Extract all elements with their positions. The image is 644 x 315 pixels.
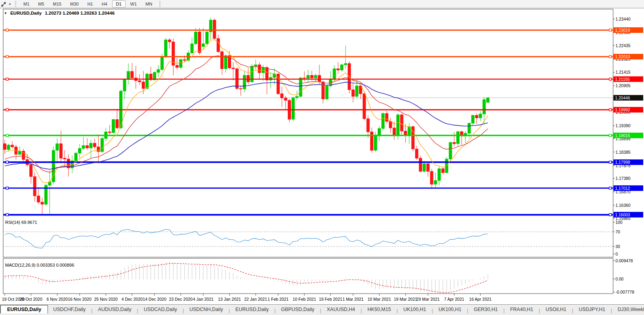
date-axis-label: 23 Dec 2020 bbox=[169, 297, 193, 302]
date-axis-label: 29 Mar 2021 bbox=[416, 297, 440, 302]
chart-tab-usdcnh-daily[interactable]: USDCNH,Daily bbox=[184, 305, 228, 313]
chart-canvas[interactable]: 1.234401.229301.224351.219251.214151.209… bbox=[0, 8, 644, 305]
symbol-timeframe-label: EURUSD,Daily bbox=[10, 11, 42, 15]
date-axis-label: 14 Dec 2020 bbox=[143, 297, 166, 302]
chart-tab-usoil-h1[interactable]: USOil,H1 bbox=[541, 305, 571, 313]
timeframe-button-mn[interactable]: MN bbox=[141, 0, 156, 8]
date-axis-label: 16 Nov 2020 bbox=[68, 297, 92, 302]
timeframe-button-d1[interactable]: D1 bbox=[112, 0, 126, 8]
date-axis-label: 22 Jan 2021 bbox=[244, 297, 267, 302]
chevron-down-icon[interactable]: ▾ bbox=[8, 2, 12, 6]
rsi-label: RSI(14) 69.9671 bbox=[5, 220, 37, 225]
price-axis-label: 1.17380 bbox=[615, 176, 631, 181]
rsi-axis-label: 30 bbox=[615, 244, 620, 249]
price-badge: 1.21155 bbox=[615, 77, 630, 82]
timeframe-button-w1[interactable]: W1 bbox=[126, 0, 141, 8]
mt4-terminal: ▾ M1M5M15M30H1H4D1W1MN ▼ EURUSD,Daily 1.… bbox=[0, 0, 644, 315]
macd-axis-label: 0.00 bbox=[615, 277, 624, 281]
price-panel[interactable] bbox=[3, 9, 613, 214]
price-axis-label: 1.23440 bbox=[615, 17, 631, 21]
rsi-axis-label: 70 bbox=[615, 229, 620, 234]
rsi-axis-label: 0 bbox=[615, 252, 618, 256]
timeframe-button-m15[interactable]: M15 bbox=[49, 0, 65, 8]
chart-tab-uk100-h1[interactable]: UK100,H1 bbox=[398, 305, 432, 313]
date-axis-label: 28 Oct 2020 bbox=[20, 297, 42, 302]
chart-tab-usdchf-daily[interactable]: USDCHF,Daily bbox=[48, 305, 91, 313]
timeframe-button-m1[interactable]: M1 bbox=[19, 0, 33, 8]
date-axis-label: 6 Nov 2020 bbox=[46, 297, 68, 302]
timeframe-button-m30[interactable]: M30 bbox=[66, 0, 82, 8]
price-axis-label: 1.18385 bbox=[615, 150, 631, 155]
chart-title: ▼ EURUSD,Daily 1.20273 1.20469 1.20263 1… bbox=[4, 11, 115, 15]
date-axis-label: 19 Mar 2021 bbox=[394, 297, 417, 302]
date-axis-label: 25 Nov 2020 bbox=[94, 297, 118, 302]
price-badge: 1.20446 bbox=[615, 95, 630, 100]
date-axis-label: 4 Dec 2020 bbox=[121, 297, 143, 302]
chart-tab-ger30-h1[interactable]: GER30,H1 bbox=[469, 305, 503, 313]
price-axis-label: 1.19390 bbox=[615, 123, 631, 128]
crosshair-pointer-icon[interactable] bbox=[0, 1, 8, 7]
macd-label: MACD(12,26,9) 0.003353 0.000896 bbox=[5, 263, 74, 267]
date-axis-label: 16 Apr 2021 bbox=[469, 297, 492, 302]
chart-tab-hk50-m15[interactable]: HK50,M15 bbox=[362, 305, 396, 313]
macd-axis-label: 0.009478 bbox=[615, 258, 633, 263]
rsi-axis-label: 100 bbox=[615, 220, 623, 225]
chart-tab-usdjpy-h1[interactable]: USDJPY,H1 bbox=[573, 305, 610, 313]
date-axis-label: 10 Feb 2021 bbox=[293, 297, 316, 302]
ohlc-values: 1.20273 1.20469 1.20263 1.20446 bbox=[45, 11, 115, 15]
date-axis-label: 7 Apr 2021 bbox=[444, 297, 464, 302]
date-axis-label: 10 Mar 2021 bbox=[368, 297, 391, 302]
toolbar-drag-handle-2[interactable] bbox=[159, 1, 161, 7]
chart-tab-dj30-weekly[interactable]: DJ30,Weekly bbox=[613, 305, 644, 313]
price-badge: 1.16003 bbox=[615, 212, 630, 217]
chart-tab-uk100-h1[interactable]: UK100,H1 bbox=[434, 305, 467, 313]
date-axis-label: 13 Jan 2021 bbox=[218, 297, 241, 302]
toolbar-drag-handle[interactable] bbox=[15, 1, 16, 7]
price-badge: 1.19015 bbox=[615, 133, 630, 138]
price-badge: 1.17998 bbox=[615, 160, 630, 164]
price-axis-label: 1.21415 bbox=[615, 70, 631, 74]
date-axis-label: 19 Feb 2021 bbox=[319, 297, 342, 302]
date-axis-label: 4 Jan 2021 bbox=[193, 297, 214, 302]
chart-tab-fra40-h1[interactable]: FRA40,H1 bbox=[505, 305, 538, 313]
chart-tab-bar: EURUSD,DailyUSDCHF,Daily|AUDUSD,Daily|US… bbox=[0, 304, 644, 313]
timeframe-button-m5[interactable]: M5 bbox=[34, 0, 48, 8]
price-badge: 1.19992 bbox=[615, 107, 630, 112]
timeframe-button-h1[interactable]: H1 bbox=[83, 0, 97, 8]
price-axis-label: 1.20905 bbox=[615, 83, 631, 88]
price-badge: 1.22010 bbox=[615, 54, 630, 59]
timeframe-button-h4[interactable]: H4 bbox=[97, 0, 111, 8]
price-badge: 1.23019 bbox=[615, 28, 630, 32]
chart-tab-eurusd-daily[interactable]: EURUSD,Daily bbox=[230, 305, 274, 313]
date-axis-label: 1 Feb 2021 bbox=[268, 297, 289, 302]
chart-window: ▼ EURUSD,Daily 1.20273 1.20469 1.20263 1… bbox=[0, 8, 644, 305]
macd-axis-label: -0.007778 bbox=[615, 290, 634, 294]
chart-tab-xauusd-h4[interactable]: XAUUSD,H4 bbox=[322, 305, 361, 313]
chart-tab-audusd-daily[interactable]: AUDUSD,Daily bbox=[93, 305, 136, 313]
symbol-dropdown-icon[interactable]: ▼ bbox=[4, 11, 7, 15]
price-axis-label: 1.16360 bbox=[615, 203, 631, 208]
chart-tab-eurusd-daily[interactable]: EURUSD,Daily bbox=[0, 305, 48, 313]
date-axis-label: 1 Mar 2021 bbox=[342, 297, 363, 302]
timeframe-toolbar: ▾ M1M5M15M30H1H4D1W1MN bbox=[0, 0, 644, 8]
price-axis-label: 1.22435 bbox=[615, 43, 631, 48]
chart-tab-usdcad-daily[interactable]: USDCAD,Daily bbox=[139, 305, 182, 313]
price-badge: 1.17012 bbox=[615, 186, 630, 191]
chart-tab-gbpusd-daily[interactable]: GBPUSD,Daily bbox=[276, 305, 319, 313]
